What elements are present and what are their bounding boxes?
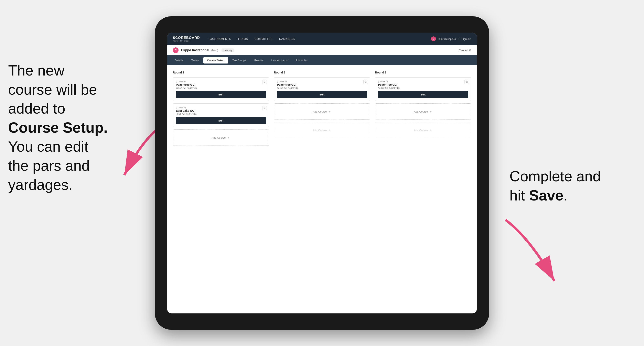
round-2-column: Round 2 ⊠ (Course A) Peachtree GC Yellow…	[274, 71, 370, 146]
round-3-add-course-disabled-plus: ＋	[429, 128, 432, 133]
round-1-course-b: ⊠ (Course B) East Lake GC Black (M) (689…	[173, 103, 269, 127]
round-1-course-b-delete[interactable]: ⊠	[262, 106, 267, 110]
main-content: Round 1 ⊠ (Course A) Peachtree GC Yellow…	[167, 65, 477, 314]
round-1-add-course[interactable]: Add Course ＋	[173, 130, 269, 146]
round-1-course-a-name: Peachtree GC	[176, 83, 266, 86]
round-3-title: Round 3	[375, 71, 471, 74]
hosting-badge: Hosting	[222, 48, 234, 52]
round-3-course-a-name: Peachtree GC	[378, 83, 468, 86]
round-2-course-a-tee: Yellow (M) (6629 yds)	[277, 87, 367, 89]
round-1-course-b-label: (Course B)	[176, 106, 266, 109]
round-3-course-a-delete[interactable]: ⊠	[464, 80, 469, 84]
round-1-add-course-text: Add Course ＋	[212, 136, 230, 140]
round-2-course-a-delete[interactable]: ⊠	[363, 80, 368, 84]
round-1-column: Round 1 ⊠ (Course A) Peachtree GC Yellow…	[173, 71, 269, 146]
nav-item-rankings[interactable]: RANKINGS	[279, 37, 295, 40]
tournament-logo: C	[173, 47, 178, 53]
round-1-course-a-label: (Course A)	[176, 80, 266, 83]
nav-items: TOURNAMENTS TEAMS COMMITTEE RANKINGS	[208, 37, 431, 40]
cancel-button[interactable]: Cancel ✕	[458, 49, 471, 52]
tab-results[interactable]: Results	[251, 57, 267, 63]
tournament-bar: C Clippd Invitational (Men) Hosting Canc…	[167, 45, 477, 55]
nav-divider: |	[458, 37, 459, 40]
round-3-add-course-disabled-text: Add Course ＋	[414, 128, 432, 133]
nav-item-teams[interactable]: TEAMS	[238, 37, 248, 40]
round-1-add-course-plus: ＋	[227, 136, 230, 140]
tab-course-setup[interactable]: Course Setup	[204, 57, 228, 63]
nav-sign-out[interactable]: Sign out	[462, 37, 471, 40]
round-2-course-a: ⊠ (Course A) Peachtree GC Yellow (M) (66…	[274, 77, 370, 101]
round-3-course-a-tee: Yellow (M) (6629 yds)	[378, 87, 468, 89]
round-1-course-a-tee: Yellow (M) (6629 yds)	[176, 87, 266, 89]
top-nav: SCOREBOARD Powered by clippd TOURNAMENTS…	[167, 32, 477, 45]
rounds-grid: Round 1 ⊠ (Course A) Peachtree GC Yellow…	[173, 71, 471, 146]
nav-email: blair@clippd.io	[438, 37, 456, 40]
annotation-right: Complete and hit Save.	[510, 167, 628, 205]
tab-bar: Details Teams Course Setup Tee Groups Re…	[167, 55, 477, 65]
round-2-add-course-disabled-plus: ＋	[328, 128, 331, 133]
round-3-add-course-disabled: Add Course ＋	[375, 122, 471, 138]
nav-item-tournaments[interactable]: TOURNAMENTS	[208, 37, 231, 40]
round-3-course-a: ⊠ (Course A) Peachtree GC Yellow (M) (66…	[375, 77, 471, 101]
round-2-course-a-label: (Course A)	[277, 80, 367, 83]
round-1-course-b-edit[interactable]: Edit	[176, 117, 266, 124]
round-1-course-b-name: East Lake GC	[176, 109, 266, 112]
round-1-course-a-edit[interactable]: Edit	[176, 91, 266, 98]
nav-item-committee[interactable]: COMMITTEE	[254, 37, 273, 40]
scoreboard-logo: SCOREBOARD Powered by clippd	[173, 36, 200, 42]
round-2-add-course[interactable]: Add Course ＋	[274, 103, 370, 120]
tab-leaderboards[interactable]: Leaderboards	[268, 57, 291, 63]
arrow-right	[493, 214, 571, 291]
round-3-add-course-plus: ＋	[429, 110, 432, 114]
cancel-icon: ✕	[469, 49, 471, 52]
round-2-course-a-edit[interactable]: Edit	[277, 91, 367, 98]
round-3-add-course-text: Add Course ＋	[414, 110, 432, 114]
nav-right: B blair@clippd.io | Sign out	[431, 36, 471, 41]
tab-tee-groups[interactable]: Tee Groups	[229, 57, 250, 63]
round-1-course-a-delete[interactable]: ⊠	[262, 80, 267, 84]
round-2-course-a-name: Peachtree GC	[277, 83, 367, 86]
round-1-course-b-tee: Black (M) (6891 yds)	[176, 113, 266, 115]
tablet-screen: SCOREBOARD Powered by clippd TOURNAMENTS…	[167, 32, 477, 314]
round-1-course-a: ⊠ (Course A) Peachtree GC Yellow (M) (66…	[173, 77, 269, 101]
round-2-add-course-disabled: Add Course ＋	[274, 122, 370, 138]
round-3-course-a-label: (Course A)	[378, 80, 468, 83]
round-2-add-course-text: Add Course ＋	[313, 110, 331, 114]
scoreboard-sub: Powered by clippd	[173, 40, 200, 42]
round-3-course-a-edit[interactable]: Edit	[378, 91, 468, 98]
round-2-add-course-disabled-text: Add Course ＋	[313, 128, 331, 133]
round-2-add-course-plus: ＋	[328, 110, 331, 114]
tab-details[interactable]: Details	[171, 57, 187, 63]
tournament-name: Clippd Invitational	[181, 48, 209, 52]
round-2-title: Round 2	[274, 71, 370, 74]
tab-teams[interactable]: Teams	[188, 57, 202, 63]
nav-avatar: B	[431, 36, 436, 41]
scoreboard-title: SCOREBOARD	[173, 36, 200, 40]
tournament-sub: (Men)	[211, 49, 218, 52]
round-3-add-course[interactable]: Add Course ＋	[375, 103, 471, 120]
tab-printables[interactable]: Printables	[292, 57, 311, 63]
round-1-title: Round 1	[173, 71, 269, 74]
round-3-column: Round 3 ⊠ (Course A) Peachtree GC Yellow…	[375, 71, 471, 146]
tablet-device: SCOREBOARD Powered by clippd TOURNAMENTS…	[155, 16, 489, 330]
